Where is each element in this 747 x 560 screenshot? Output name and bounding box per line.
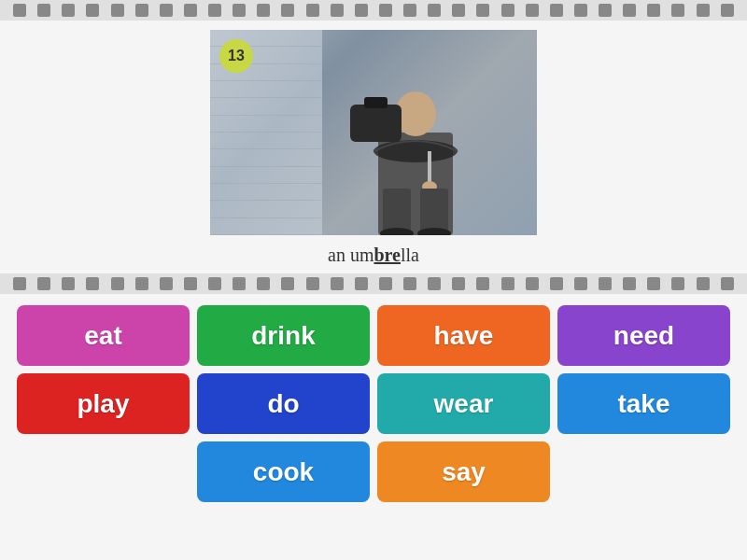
- film-hole: [13, 277, 26, 290]
- film-hole: [428, 277, 441, 290]
- word-button-play[interactable]: play: [17, 373, 190, 434]
- film-hole: [111, 277, 124, 290]
- caption-text-plain: an um: [328, 245, 374, 265]
- image-placeholder: [210, 30, 537, 235]
- film-hole: [135, 4, 148, 17]
- word-button-take[interactable]: take: [557, 373, 730, 434]
- film-hole: [476, 4, 489, 17]
- word-button-do[interactable]: do: [197, 373, 370, 434]
- image-card: 13: [210, 30, 537, 235]
- film-hole: [355, 4, 368, 17]
- film-hole: [671, 4, 684, 17]
- film-strip-top: [0, 0, 747, 21]
- film-hole: [37, 277, 50, 290]
- word-button-have[interactable]: have: [377, 305, 550, 366]
- film-hole: [452, 277, 465, 290]
- image-caption: an umbrella: [328, 245, 419, 266]
- word-button-say[interactable]: say: [377, 441, 550, 502]
- film-hole: [208, 4, 221, 17]
- film-hole: [574, 4, 587, 17]
- film-hole: [86, 277, 99, 290]
- film-hole: [233, 277, 246, 290]
- film-hole: [111, 4, 124, 17]
- film-hole: [281, 277, 294, 290]
- word-button-cook[interactable]: cook: [197, 441, 370, 502]
- film-hole: [501, 4, 514, 17]
- film-hole: [160, 277, 173, 290]
- word-button-need[interactable]: need: [557, 305, 730, 366]
- film-hole: [379, 4, 392, 17]
- film-hole: [184, 277, 197, 290]
- caption-text-highlighted: bre: [374, 245, 401, 265]
- film-hole: [233, 4, 246, 17]
- film-strip-middle: [0, 273, 747, 294]
- film-hole: [160, 4, 173, 17]
- card-number: 13: [219, 39, 253, 73]
- film-hole: [135, 277, 148, 290]
- film-hole: [599, 4, 612, 17]
- film-hole: [721, 4, 734, 17]
- film-hole: [184, 4, 197, 17]
- film-hole: [379, 277, 392, 290]
- film-hole: [306, 4, 319, 17]
- film-hole: [281, 4, 294, 17]
- word-button-wear[interactable]: wear: [377, 373, 550, 434]
- film-hole: [574, 277, 587, 290]
- svg-rect-3: [364, 97, 388, 108]
- film-hole: [623, 4, 636, 17]
- person-umbrella-illustration: [322, 30, 509, 235]
- film-hole: [501, 277, 514, 290]
- caption-text-end: lla: [401, 245, 419, 265]
- film-hole: [721, 277, 734, 290]
- word-button-eat[interactable]: eat: [17, 305, 190, 366]
- film-hole: [13, 4, 26, 17]
- main-content: 13: [0, 21, 747, 273]
- film-hole: [550, 4, 563, 17]
- film-hole: [476, 277, 489, 290]
- film-hole: [452, 4, 465, 17]
- film-hole: [671, 277, 684, 290]
- film-hole: [526, 277, 539, 290]
- film-hole: [647, 4, 660, 17]
- film-hole: [62, 4, 75, 17]
- film-hole: [526, 4, 539, 17]
- film-hole: [623, 277, 636, 290]
- word-buttons-grid: eat drink have need play do wear take co…: [0, 305, 747, 502]
- svg-rect-2: [350, 105, 402, 142]
- film-hole: [697, 277, 710, 290]
- film-hole: [331, 4, 344, 17]
- film-hole: [355, 277, 368, 290]
- film-hole: [37, 4, 50, 17]
- film-hole: [647, 277, 660, 290]
- film-hole: [697, 4, 710, 17]
- film-hole: [257, 277, 270, 290]
- svg-point-4: [374, 140, 458, 162]
- film-hole: [403, 277, 416, 290]
- film-hole: [550, 277, 563, 290]
- film-hole: [62, 277, 75, 290]
- film-hole: [428, 4, 441, 17]
- film-hole: [257, 4, 270, 17]
- film-hole: [208, 277, 221, 290]
- word-button-drink[interactable]: drink: [197, 305, 370, 366]
- film-hole: [403, 4, 416, 17]
- film-hole: [86, 4, 99, 17]
- film-hole: [599, 277, 612, 290]
- film-hole: [331, 277, 344, 290]
- film-hole: [306, 277, 319, 290]
